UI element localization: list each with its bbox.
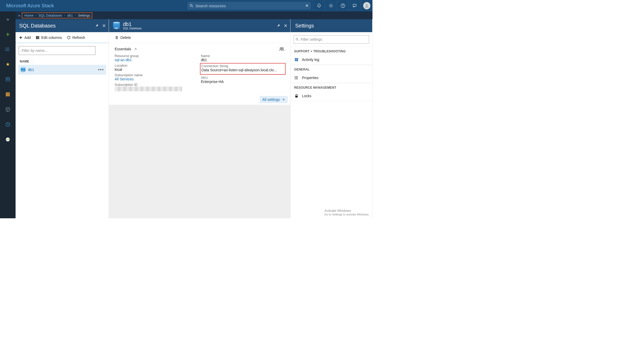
rail-new-icon[interactable]: + <box>3 29 13 39</box>
add-button[interactable]: Add <box>19 36 31 40</box>
breadcrumb-home[interactable]: Home <box>24 13 33 17</box>
svg-rect-39 <box>295 96 298 97</box>
chevron-up-icon <box>134 47 137 51</box>
chevron-right-icon: › <box>36 14 37 17</box>
settings-gear-icon[interactable] <box>325 0 337 11</box>
rail-dashboard-icon[interactable] <box>3 74 13 85</box>
sql-database-icon: SQL <box>20 67 26 73</box>
column-header-name[interactable]: NAME ↑↓ <box>16 58 109 65</box>
svg-rect-27 <box>38 36 39 39</box>
svg-point-38 <box>294 79 295 79</box>
global-search[interactable]: ✕ <box>188 2 311 10</box>
svg-rect-16 <box>9 93 10 94</box>
pin-icon[interactable] <box>95 24 99 28</box>
essentials-toggle[interactable]: Essentials <box>109 43 290 54</box>
section-general: GENERAL <box>291 65 372 73</box>
rail-cube-icon[interactable] <box>3 104 13 115</box>
delete-button[interactable]: Delete <box>115 36 131 40</box>
rail-gauge-icon[interactable] <box>3 134 13 145</box>
svg-point-2 <box>330 5 331 6</box>
filter-settings-input[interactable] <box>301 37 367 41</box>
db-row-db1[interactable]: SQL db1 ••• <box>18 65 106 75</box>
blade-db1: SQL db1 SQL Database Delete Essent <box>109 19 291 218</box>
svg-point-30 <box>296 38 298 40</box>
pin-icon[interactable] <box>276 24 280 28</box>
value-connection-string[interactable]: Data Source=ao-listen-sql-alwayson.local… <box>202 68 284 72</box>
breadcrumb-db1[interactable]: db1 <box>67 13 73 17</box>
svg-rect-5 <box>353 4 356 6</box>
svg-rect-19 <box>9 94 10 95</box>
close-icon[interactable] <box>102 24 106 28</box>
label-subscription-name: Subscription name <box>115 73 198 77</box>
label-subscription-id: Subscription ID <box>115 83 198 87</box>
close-icon[interactable] <box>284 24 288 28</box>
settings-item-properties[interactable]: Properties <box>291 73 372 83</box>
svg-point-36 <box>294 76 295 77</box>
svg-rect-15 <box>7 93 9 94</box>
settings-item-activity-log[interactable]: Activity log <box>291 55 372 65</box>
refresh-button[interactable]: Refresh <box>67 36 85 40</box>
svg-rect-33 <box>295 59 298 59</box>
svg-point-8 <box>5 49 6 50</box>
help-icon[interactable] <box>337 0 349 11</box>
brand[interactable]: Microsoft Azure Stack <box>0 3 54 9</box>
filter-input[interactable] <box>19 46 95 55</box>
settings-item-locks[interactable]: Locks <box>291 91 372 101</box>
rail-all-services-icon[interactable] <box>3 89 13 100</box>
label-sku: SKU <box>201 76 285 80</box>
breadcrumb-settings: Settings <box>78 13 90 17</box>
label-connection-string: Connection String <box>202 64 284 68</box>
notifications-icon[interactable] <box>313 0 325 11</box>
value-subscription-id-redacted <box>115 87 182 91</box>
blade-title: SQL Databases <box>19 23 95 29</box>
svg-point-4 <box>343 7 343 7</box>
svg-point-0 <box>190 4 192 6</box>
rail-list-icon[interactable] <box>3 44 13 54</box>
svg-rect-22 <box>9 95 10 96</box>
users-icon[interactable] <box>279 46 285 52</box>
blade-title: Settings <box>295 23 370 29</box>
all-settings-button[interactable]: All settings <box>260 96 288 103</box>
value-resource-group[interactable]: sql-ao-db1 <box>115 58 198 62</box>
rail-clock-icon[interactable] <box>3 119 13 130</box>
blade-subtitle: SQL Database <box>123 27 276 30</box>
value-subscription-name[interactable]: All Services <box>115 77 198 81</box>
arrow-right-icon <box>281 98 285 101</box>
rail-favorites-icon[interactable]: ★ <box>3 59 13 69</box>
svg-rect-12 <box>8 78 9 79</box>
label-name: Name <box>201 54 285 58</box>
row-more-icon[interactable]: ••• <box>98 67 104 72</box>
search-input[interactable] <box>195 4 303 8</box>
section-resource-management: RESOURCE MANAGEMENT <box>291 83 372 91</box>
svg-point-28 <box>280 48 282 49</box>
svg-point-7 <box>5 48 6 48</box>
label-resource-group: Resource group <box>115 54 198 58</box>
blade-sql-databases: SQL Databases Add Edit columns R <box>16 19 109 218</box>
svg-rect-18 <box>7 94 9 95</box>
search-icon <box>295 38 299 41</box>
breadcrumb-expand-icon[interactable]: » <box>17 13 22 17</box>
svg-rect-35 <box>295 60 297 61</box>
rail-expand-icon[interactable]: » <box>3 14 13 24</box>
svg-rect-34 <box>295 60 298 60</box>
svg-rect-17 <box>6 94 7 95</box>
svg-rect-13 <box>6 80 9 81</box>
clear-search-icon[interactable]: ✕ <box>303 3 311 8</box>
account-avatar[interactable] <box>361 0 372 11</box>
label-location: Location <box>115 64 198 67</box>
sql-database-icon: SQL <box>113 22 120 30</box>
left-rail: » + ★ <box>0 11 16 218</box>
chevron-right-icon: › <box>75 14 76 17</box>
section-support: SUPPORT + TROUBLESHOOTING <box>291 47 372 55</box>
svg-rect-20 <box>6 95 7 96</box>
svg-rect-14 <box>6 93 7 94</box>
svg-point-9 <box>5 50 6 51</box>
search-icon <box>188 4 195 8</box>
breadcrumb-sql-databases[interactable]: SQL Databases <box>38 13 62 17</box>
value-sku: Enterprise-HA <box>201 80 285 84</box>
feedback-icon[interactable] <box>349 0 361 11</box>
svg-point-6 <box>366 4 368 6</box>
edit-columns-button[interactable]: Edit columns <box>36 36 62 40</box>
breadcrumb: » Home › SQL Databases › db1 › Settings <box>16 11 372 19</box>
svg-rect-21 <box>7 95 9 96</box>
